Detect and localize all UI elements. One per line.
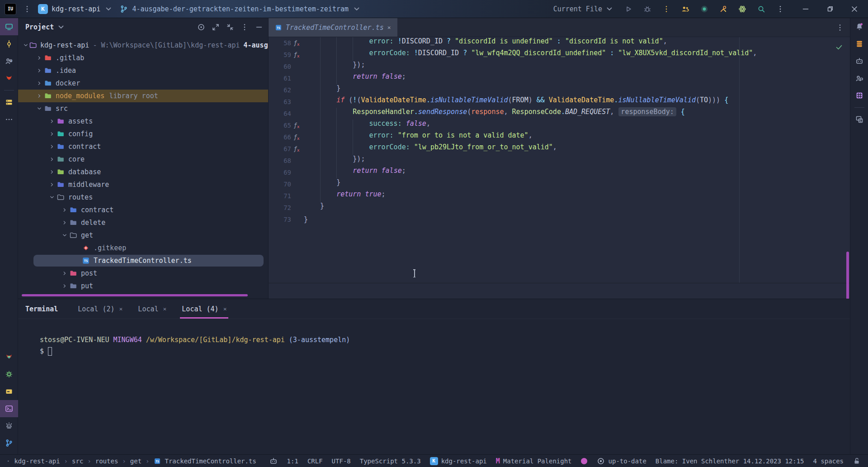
tree-item-delete[interactable]: delete: [18, 216, 268, 229]
code-line-62[interactable]: 62}: [269, 84, 850, 96]
breadcrumb-routes[interactable]: routes: [95, 457, 118, 465]
tree-item-core[interactable]: core: [18, 153, 268, 166]
code-line-65[interactable]: 65ƒxsuccess: false,: [269, 119, 850, 131]
code-editor[interactable]: 58ƒxerror: !DISCORD_ID ? "discordId is u…: [269, 37, 850, 283]
breadcrumb-project[interactable]: kdg-rest-api: [14, 457, 60, 465]
inspections-ok-icon[interactable]: [835, 43, 844, 52]
language-version[interactable]: TypeScript 5.3.3: [360, 457, 421, 465]
close-icon[interactable]: [850, 5, 859, 14]
collaborators-icon[interactable]: [681, 5, 690, 14]
gitlab-merge-icon[interactable]: [0, 348, 18, 366]
run-icon[interactable]: [624, 5, 633, 14]
ai-robot-icon[interactable]: [269, 457, 278, 466]
code-line-66[interactable]: 66ƒxerror: "from or to is not a valid da…: [269, 131, 850, 143]
chevron-right-icon[interactable]: [61, 270, 69, 276]
unlock-icon[interactable]: [853, 457, 862, 466]
tree-item-node_modules[interactable]: node_moduleslibrary root: [18, 90, 268, 102]
project-widget[interactable]: K kdg-rest-api: [38, 4, 113, 14]
chevron-down-icon[interactable]: [61, 232, 69, 238]
terminal-tool-icon[interactable]: [0, 400, 18, 417]
todo-icon[interactable]: [0, 383, 18, 400]
structure-icon[interactable]: [0, 94, 18, 111]
tree-item-TrackedTimeController.ts[interactable]: TSTrackedTimeController.ts: [18, 254, 268, 267]
gutter-fx-icon[interactable]: ƒx: [291, 52, 302, 58]
branch-widget[interactable]: 4-ausgabe-der-getrackten-zeiten-im-besti…: [119, 5, 361, 14]
notifications-icon[interactable]: [850, 18, 868, 35]
settings-kebab-icon[interactable]: [776, 5, 785, 14]
tree-item-docker[interactable]: docker: [18, 77, 268, 90]
horizontal-scrollbar[interactable]: [22, 294, 248, 296]
chevron-right-icon[interactable]: [61, 219, 69, 226]
run-config-selector[interactable]: Current File: [553, 5, 614, 14]
tree-item-get[interactable]: get: [18, 229, 268, 242]
problems-icon[interactable]: [0, 417, 18, 434]
chevron-right-icon[interactable]: [48, 118, 56, 124]
git-tool-icon[interactable]: [0, 434, 18, 452]
chevron-right-icon[interactable]: [48, 169, 56, 175]
terminal-tab-Local[interactable]: Local×: [136, 299, 168, 319]
terminal-tab-Local (2)[interactable]: Local (2)×: [76, 299, 124, 319]
status-dot-icon[interactable]: [700, 5, 709, 14]
code-line-70[interactable]: 70}: [269, 178, 850, 190]
terminal-body[interactable]: stoss@PC-IVEN-NEU MINGW64 /w/Workspace/[…: [18, 319, 850, 357]
tree-item-routes[interactable]: routes: [18, 191, 268, 204]
database-tool-icon[interactable]: [850, 35, 868, 52]
gutter-fx-icon[interactable]: ƒx: [291, 122, 302, 129]
chevron-right-icon[interactable]: [48, 181, 56, 188]
chevron-down-icon[interactable]: [35, 105, 43, 112]
device-preview-icon[interactable]: [850, 111, 868, 128]
sync-status[interactable]: up-to-date: [596, 457, 646, 466]
close-tab-icon[interactable]: ×: [119, 305, 123, 312]
code-line-64[interactable]: 64ResponseHandler.sendResponse(response,…: [269, 108, 850, 119]
project-panel-title[interactable]: Project: [25, 23, 66, 32]
code-line-68[interactable]: 68});: [269, 155, 850, 167]
code-line-61[interactable]: 61return false;: [269, 72, 850, 84]
gutter-fx-icon[interactable]: ƒx: [291, 40, 302, 46]
pull-requests-icon[interactable]: ?: [0, 52, 18, 70]
terminal-tab-Local (4)[interactable]: Local (4)×: [180, 299, 228, 319]
tree-item-.idea[interactable]: .idea: [18, 64, 268, 77]
close-tab-icon[interactable]: ×: [387, 24, 391, 31]
code-line-71[interactable]: 71return true;: [269, 190, 850, 202]
search-everywhere-icon[interactable]: [757, 5, 766, 14]
collapse-all-icon[interactable]: [226, 23, 235, 32]
code-line-60[interactable]: 60});: [269, 61, 850, 72]
tree-item-put[interactable]: put: [18, 280, 268, 292]
code-line-59[interactable]: 59ƒxerrorCode: !DISCORD_ID ? "lw_wfq4m2Q…: [269, 49, 850, 61]
tree-item-post[interactable]: post: [18, 267, 268, 280]
tree-item-.gitkeep[interactable]: .gitkeep: [18, 242, 268, 254]
tree-item-config[interactable]: config: [18, 128, 268, 140]
gitlab-icon[interactable]: [0, 70, 18, 87]
chevron-down-icon[interactable]: [23, 42, 29, 48]
breadcrumb-src[interactable]: src: [72, 457, 83, 465]
chevron-right-icon[interactable]: [48, 156, 56, 162]
main-menu-icon[interactable]: [23, 5, 32, 14]
ai-assistant-icon[interactable]: [850, 52, 868, 70]
hide-panel-icon[interactable]: [255, 23, 264, 32]
chevron-right-icon[interactable]: [48, 143, 56, 150]
code-with-me-icon[interactable]: [850, 70, 868, 87]
run-more-icon[interactable]: [662, 5, 671, 14]
code-line-73[interactable]: 73}: [269, 214, 850, 225]
chevron-right-icon[interactable]: [35, 80, 43, 86]
git-blame[interactable]: Blame: Iven Schlenther 14.12.2023 12:15: [656, 457, 804, 465]
code-line-58[interactable]: 58ƒxerror: !DISCORD_ID ? "discordId is u…: [269, 37, 850, 49]
chevron-right-icon[interactable]: [35, 93, 43, 99]
tools-icon[interactable]: [719, 5, 728, 14]
breadcrumb-get[interactable]: get: [130, 457, 142, 465]
accent-dot-icon[interactable]: [581, 458, 587, 464]
chevron-right-icon[interactable]: [48, 131, 56, 137]
tree-item-middleware[interactable]: middleware: [18, 178, 268, 191]
panel-options-icon[interactable]: [240, 23, 249, 32]
tree-item-contract[interactable]: contract: [18, 204, 268, 216]
minimize-icon[interactable]: [801, 5, 810, 14]
tree-item-database[interactable]: database: [18, 166, 268, 178]
plugins-grid-icon[interactable]: [850, 87, 868, 104]
close-tab-icon[interactable]: ×: [163, 305, 167, 312]
atom-icon[interactable]: [738, 5, 747, 14]
debug-icon[interactable]: [643, 5, 652, 14]
gutter-fx-icon[interactable]: ƒx: [291, 134, 302, 140]
chevron-right-icon[interactable]: [35, 55, 43, 61]
code-line-63[interactable]: 63if (!(ValidateDateTime.isNullableTimeV…: [269, 96, 850, 108]
services-icon[interactable]: [0, 366, 18, 383]
